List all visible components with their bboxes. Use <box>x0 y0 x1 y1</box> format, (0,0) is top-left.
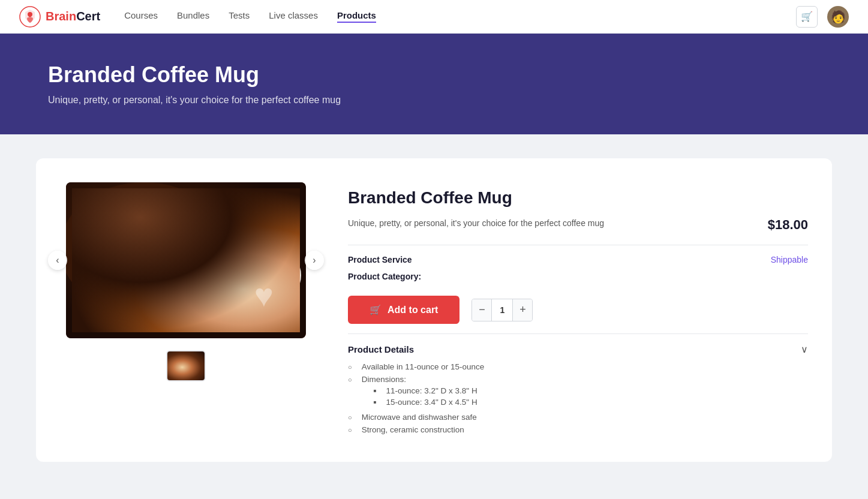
divider-1 <box>348 245 808 245</box>
sub-item-11oz: 11-ounce: 3.2" D x 3.8" H <box>374 386 477 395</box>
svg-point-2 <box>66 182 228 314</box>
sub-text-2: 15-ounce: 3.4" D x 4.5" H <box>386 398 477 407</box>
prev-arrow-icon: ‹ <box>56 255 59 266</box>
product-details-toggle[interactable]: Product Details ∨ <box>348 344 808 355</box>
avatar-icon: 🧑 <box>831 10 846 24</box>
product-main-image <box>66 182 306 338</box>
detail-text-3: Microwave and dishwasher safe <box>362 413 477 422</box>
hero-title: Branded Coffee Mug <box>48 62 820 88</box>
avatar[interactable]: 🧑 <box>827 6 849 28</box>
prev-image-button[interactable]: ‹ <box>48 251 67 270</box>
details-title: Product Details <box>348 344 414 354</box>
svg-rect-29 <box>270 206 275 242</box>
detail-text-1: Available in 11-ounce or 15-ounce <box>362 362 485 371</box>
hero-section: Branded Coffee Mug Unique, pretty, or pe… <box>0 34 868 134</box>
sub-item-15oz: 15-ounce: 3.4" D x 4.5" H <box>374 398 477 407</box>
svg-point-21 <box>204 242 282 254</box>
quantity-decrease-button[interactable]: − <box>472 299 491 321</box>
detail-text-4: Strong, ceramic construction <box>362 425 464 434</box>
details-list: Available in 11-ounce or 15-ounce Dimens… <box>348 362 808 434</box>
next-arrow-icon: › <box>313 255 316 266</box>
svg-rect-26 <box>204 302 282 309</box>
detail-item-2: Dimensions: 11-ounce: 3.2" D x 3.8" H 15… <box>348 375 808 409</box>
navigation: BrainCert Courses Bundles Tests Live cla… <box>0 0 868 34</box>
next-image-button[interactable]: › <box>305 251 324 270</box>
nav-links: Courses Bundles Tests Live classes Produ… <box>124 10 796 23</box>
svg-point-9 <box>152 216 173 233</box>
svg-point-11 <box>116 267 137 282</box>
product-details-section: Product Details ∨ Available in 11-ounce … <box>348 333 808 434</box>
coffee-image-svg <box>66 182 306 338</box>
product-category-row: Product Category: <box>348 272 808 281</box>
product-info: Branded Coffee Mug Unique, pretty, or pe… <box>348 182 808 438</box>
add-to-cart-label: Add to cart <box>388 305 438 315</box>
svg-point-17 <box>164 234 184 251</box>
thumb-image-1 <box>167 351 205 380</box>
product-gallery: ‹ <box>60 182 312 438</box>
nav-bundles[interactable]: Bundles <box>177 10 209 23</box>
cart-btn-icon: 🛒 <box>370 304 382 315</box>
quantity-increase-button[interactable]: + <box>513 299 532 321</box>
svg-point-7 <box>87 250 110 271</box>
hero-subtitle: Unique, pretty, or personal, it's your c… <box>48 95 820 106</box>
logo-link[interactable]: BrainCert <box>19 6 100 28</box>
svg-point-30 <box>259 190 286 226</box>
category-label: Product Category: <box>348 272 421 281</box>
service-value: Shippable <box>771 255 808 264</box>
svg-marker-25 <box>228 259 258 271</box>
detail-item-1: Available in 11-ounce or 15-ounce <box>348 362 808 371</box>
product-description: Unique, pretty, or personal, it's your c… <box>348 217 758 230</box>
nav-live-classes[interactable]: Live classes <box>269 10 318 23</box>
svg-point-5 <box>124 204 146 221</box>
braincert-logo-icon <box>19 6 41 28</box>
detail-item-3: Microwave and dishwasher safe <box>348 413 808 422</box>
quantity-control: − 1 + <box>471 299 533 321</box>
chevron-down-icon: ∨ <box>801 344 808 355</box>
page-body: ‹ <box>0 134 868 486</box>
svg-point-28 <box>204 308 282 318</box>
svg-point-24 <box>240 252 258 263</box>
svg-point-23 <box>228 252 246 263</box>
product-service-row: Product Service Shippable <box>348 255 808 264</box>
nav-right: 🛒 🧑 <box>796 6 849 28</box>
add-to-cart-row: 🛒 Add to cart − 1 + <box>348 296 808 324</box>
detail-item-4: Strong, ceramic construction <box>348 425 808 434</box>
quantity-value: 1 <box>491 299 513 321</box>
detail-text-2: Dimensions: <box>362 375 477 384</box>
main-image-wrapper: ‹ <box>60 182 312 338</box>
thumbnail-list <box>166 350 206 381</box>
logo-text: BrainCert <box>46 10 100 23</box>
svg-rect-20 <box>204 248 282 308</box>
product-card: ‹ <box>36 158 832 462</box>
detail-dimensions: Dimensions: 11-ounce: 3.2" D x 3.8" H 15… <box>362 375 477 409</box>
product-desc-price-row: Unique, pretty, or personal, it's your c… <box>348 217 808 233</box>
sub-text-1: 11-ounce: 3.2" D x 3.8" H <box>386 386 477 395</box>
svg-point-27 <box>195 306 291 320</box>
add-to-cart-button[interactable]: 🛒 Add to cart <box>348 296 459 324</box>
nav-tests[interactable]: Tests <box>229 10 250 23</box>
cart-icon: 🛒 <box>801 11 813 22</box>
nav-courses[interactable]: Courses <box>124 10 158 23</box>
product-title: Branded Coffee Mug <box>348 188 808 208</box>
svg-point-3 <box>101 221 126 241</box>
svg-point-22 <box>208 249 278 260</box>
nav-products[interactable]: Products <box>337 10 376 23</box>
cart-button[interactable]: 🛒 <box>796 6 818 28</box>
sub-dimensions-list: 11-ounce: 3.2" D x 3.8" H 15-ounce: 3.4"… <box>362 386 477 409</box>
svg-point-19 <box>198 287 288 299</box>
thumbnail-1[interactable] <box>166 350 206 381</box>
svg-point-13 <box>140 252 160 267</box>
product-price: $18.00 <box>768 217 808 233</box>
svg-rect-1 <box>66 182 306 338</box>
svg-point-15 <box>93 207 111 224</box>
service-label: Product Service <box>348 255 412 264</box>
